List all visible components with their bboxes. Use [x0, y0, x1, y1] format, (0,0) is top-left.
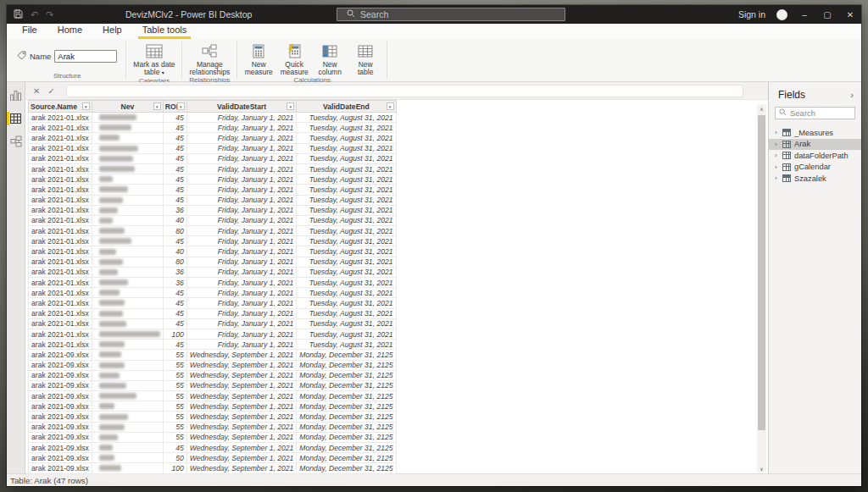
field-item-datafolderpath[interactable]: ›dataFolderPath [769, 150, 861, 162]
cell-source_name[interactable]: arak 2021-09.xlsx [29, 463, 92, 473]
cell-valid_date_start[interactable]: Wednesday, September 1, 2021 [186, 432, 296, 442]
filter-dropdown-icon[interactable]: ▾ [82, 102, 90, 110]
cell-valid_date_start[interactable]: Friday, January 1, 2021 [186, 329, 296, 339]
cell-nev[interactable] [92, 257, 163, 267]
filter-dropdown-icon[interactable]: ▾ [153, 102, 161, 110]
cell-valid_date_start[interactable]: Friday, January 1, 2021 [186, 236, 296, 246]
cell-ron[interactable]: 45 [163, 318, 186, 329]
table-row[interactable]: arak 2021-01.xlsx45Friday, January 1, 20… [29, 123, 397, 133]
cell-valid_date_end[interactable]: Monday, December 31, 2125 [297, 463, 396, 473]
cell-valid_date_start[interactable]: Friday, January 1, 2021 [186, 205, 296, 215]
cell-nev[interactable] [92, 443, 163, 453]
cell-ron[interactable]: 100 [163, 463, 186, 473]
cell-ron[interactable]: 45 [163, 143, 186, 153]
manage-relationships-button[interactable]: Managerelationships [186, 41, 233, 76]
cell-nev[interactable] [92, 288, 163, 298]
table-row[interactable]: arak 2021-01.xlsx45Friday, January 1, 20… [29, 236, 397, 246]
maximize-button[interactable]: ▢ [821, 10, 833, 19]
cell-ron[interactable]: 55 [163, 370, 186, 380]
expand-chevron-icon[interactable]: › [775, 152, 779, 159]
column-header-valid_date_end[interactable]: ValidDateEnd▾ [297, 101, 396, 113]
cell-ron[interactable]: 45 [163, 113, 186, 123]
cell-valid_date_start[interactable]: Wednesday, September 1, 2021 [186, 360, 296, 370]
cell-nev[interactable] [92, 401, 163, 412]
table-row[interactable]: arak 2021-01.xlsx45Friday, January 1, 20… [29, 133, 397, 143]
table-row[interactable]: arak 2021-01.xlsx45Friday, January 1, 20… [29, 153, 397, 163]
cell-valid_date_end[interactable]: Tuesday, August 31, 2021 [297, 163, 396, 174]
cell-valid_date_start[interactable]: Friday, January 1, 2021 [186, 226, 296, 236]
expand-chevron-icon[interactable]: › [775, 129, 779, 136]
cell-nev[interactable] [92, 360, 163, 370]
cell-ron[interactable]: 55 [163, 391, 186, 401]
table-row[interactable]: arak 2021-09.xlsx55Wednesday, September … [29, 422, 397, 432]
cell-valid_date_end[interactable]: Tuesday, August 31, 2021 [297, 298, 396, 308]
cell-nev[interactable] [92, 370, 163, 380]
cell-nev[interactable] [92, 278, 163, 288]
cell-valid_date_start[interactable]: Friday, January 1, 2021 [186, 215, 296, 225]
cell-ron[interactable]: 45 [163, 185, 186, 195]
cell-source_name[interactable]: arak 2021-01.xlsx [29, 143, 92, 153]
table-row[interactable]: arak 2021-09.xlsx55Wednesday, September … [29, 412, 397, 422]
avatar[interactable] [776, 9, 787, 20]
cell-valid_date_start[interactable]: Wednesday, September 1, 2021 [186, 422, 296, 432]
expand-chevron-icon[interactable]: › [775, 163, 779, 171]
cell-valid_date_start[interactable]: Wednesday, September 1, 2021 [186, 350, 296, 360]
cell-nev[interactable] [92, 153, 163, 163]
new-column-button[interactable]: Newcolumn [312, 41, 348, 76]
minimize-button[interactable]: – [798, 10, 810, 19]
cell-valid_date_end[interactable]: Tuesday, August 31, 2021 [297, 278, 396, 288]
cell-valid_date_end[interactable]: Tuesday, August 31, 2021 [297, 246, 396, 257]
table-row[interactable]: arak 2021-01.xlsx40Friday, January 1, 20… [29, 246, 397, 257]
cell-nev[interactable] [92, 185, 163, 195]
cell-ron[interactable]: 36 [163, 205, 186, 215]
cell-valid_date_end[interactable]: Monday, December 31, 2125 [297, 350, 396, 360]
table-row[interactable]: arak 2021-09.xlsx55Wednesday, September … [29, 391, 397, 401]
table-row[interactable]: arak 2021-01.xlsx40Friday, January 1, 20… [29, 215, 397, 225]
report-view-button[interactable] [7, 88, 25, 103]
cell-source_name[interactable]: arak 2021-09.xlsx [29, 422, 92, 432]
cell-ron[interactable]: 45 [163, 123, 186, 133]
cell-nev[interactable] [92, 163, 163, 174]
cell-valid_date_end[interactable]: Tuesday, August 31, 2021 [297, 205, 396, 215]
cell-valid_date_end[interactable]: Monday, December 31, 2125 [297, 432, 396, 442]
table-row[interactable]: arak 2021-09.xlsx55Wednesday, September … [29, 380, 397, 390]
vertical-scrollbar[interactable]: ∧ ∨ [757, 104, 766, 473]
table-row[interactable]: arak 2021-01.xlsx36Friday, January 1, 20… [29, 205, 397, 215]
table-row[interactable]: arak 2021-09.xlsx55Wednesday, September … [29, 350, 397, 360]
cell-ron[interactable]: 40 [163, 246, 186, 257]
cell-source_name[interactable]: arak 2021-01.xlsx [29, 340, 92, 350]
cell-nev[interactable] [92, 113, 163, 123]
tab-home[interactable]: Home [53, 24, 86, 39]
new-table-icon-button[interactable]: Newtable [348, 41, 383, 76]
cell-source_name[interactable]: arak 2021-01.xlsx [29, 205, 92, 215]
data-view-button[interactable] [7, 111, 25, 126]
cell-source_name[interactable]: arak 2021-01.xlsx [29, 308, 92, 318]
cell-ron[interactable]: 45 [163, 340, 186, 350]
table-row[interactable]: arak 2021-09.xlsx55Wednesday, September … [29, 401, 397, 412]
cell-nev[interactable] [92, 318, 163, 329]
table-row[interactable]: arak 2021-01.xlsx45Friday, January 1, 20… [29, 174, 397, 185]
cell-ron[interactable]: 45 [163, 298, 186, 308]
cell-source_name[interactable]: arak 2021-01.xlsx [29, 195, 92, 205]
cell-nev[interactable] [92, 226, 163, 236]
cell-ron[interactable]: 45 [163, 133, 186, 143]
titlebar-search[interactable]: Search [337, 8, 565, 21]
cell-nev[interactable] [92, 463, 163, 473]
cell-valid_date_end[interactable]: Tuesday, August 31, 2021 [297, 288, 396, 298]
commit-formula-icon[interactable]: ✓ [47, 86, 54, 96]
cell-ron[interactable]: 100 [163, 329, 186, 339]
cell-ron[interactable]: 40 [163, 215, 186, 225]
cell-ron[interactable]: 45 [163, 236, 186, 246]
cell-valid_date_end[interactable]: Monday, December 31, 2125 [297, 401, 396, 412]
cell-source_name[interactable]: arak 2021-01.xlsx [29, 185, 92, 195]
cell-valid_date_end[interactable]: Monday, December 31, 2125 [297, 412, 396, 422]
model-view-button[interactable] [7, 134, 25, 149]
collapse-pane-icon[interactable]: › [850, 90, 854, 100]
cell-valid_date_start[interactable]: Friday, January 1, 2021 [186, 257, 296, 267]
cell-valid_date_start[interactable]: Friday, January 1, 2021 [186, 123, 296, 133]
cell-ron[interactable]: 55 [163, 350, 186, 360]
table-row[interactable]: arak 2021-09.xlsx55Wednesday, September … [29, 370, 397, 380]
table-name-input[interactable] [54, 50, 117, 63]
cell-nev[interactable] [92, 298, 163, 308]
filter-dropdown-icon[interactable]: ▾ [387, 102, 394, 110]
